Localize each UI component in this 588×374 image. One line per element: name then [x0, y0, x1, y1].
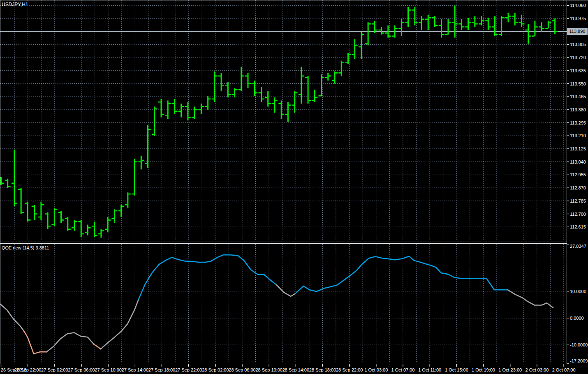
indicator-name-label: QQE new (14,5) 3.8811: [2, 245, 49, 250]
current-price-badge: 113.890: [567, 28, 588, 35]
price-scale[interactable]: [567, 0, 588, 364]
chart-window: USDJPY,H1 QQE new (14,5) 3.8811 113.890 …: [0, 0, 588, 374]
symbol-timeframe-label: USDJPY,H1: [2, 2, 28, 7]
main-chart-area[interactable]: [0, 0, 567, 242]
indicator-panel-area[interactable]: [0, 243, 567, 364]
time-axis[interactable]: [0, 364, 588, 374]
